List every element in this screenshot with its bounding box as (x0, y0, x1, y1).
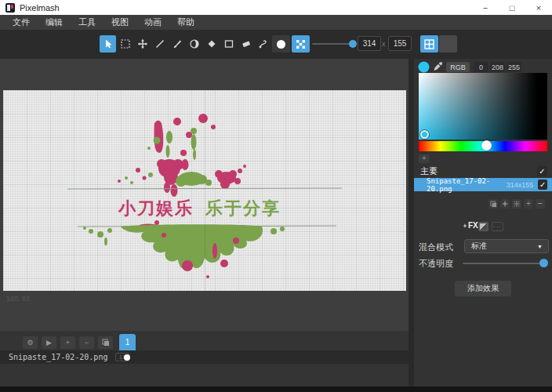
brush-icon (172, 38, 183, 49)
add-layer-button[interactable]: + (524, 199, 533, 209)
window-title: Pixelmash (20, 3, 60, 13)
move-tool-button[interactable] (134, 35, 151, 53)
line-tool-button[interactable] (151, 35, 168, 53)
move-icon (137, 38, 148, 49)
eraser-icon (241, 38, 252, 49)
blend-mode-row: 混合模式 标准 ▼ (414, 239, 552, 253)
sv-picker-cursor[interactable] (420, 130, 429, 139)
minus-icon: − (85, 339, 89, 347)
brush-shape-button[interactable] (272, 35, 290, 53)
center-guide (205, 90, 205, 291)
titlebar: Pixelmash − □ × (0, 0, 552, 15)
menu-animation[interactable]: 动画 (136, 15, 169, 30)
brush-tool-button[interactable] (169, 35, 185, 53)
window-controls: − □ × (472, 0, 552, 15)
plus-icon: + (66, 339, 70, 347)
frame-tab-1[interactable]: 1 (119, 334, 136, 350)
layer-style-tab[interactable] (478, 222, 488, 231)
delete-layer-button[interactable]: − (536, 199, 545, 209)
more-effects-tab[interactable]: ··· (492, 222, 503, 231)
fx-tab[interactable]: FX (463, 221, 478, 230)
current-color-swatch[interactable] (418, 61, 430, 73)
maximize-button[interactable]: □ (499, 0, 525, 15)
opacity-row: 不透明度 (414, 257, 552, 268)
toolbar: 314 x 155 (0, 30, 552, 59)
blend-mode-dropdown[interactable]: 标准 ▼ (464, 239, 549, 253)
shade-ball-icon (189, 38, 200, 49)
remove-frame-button[interactable]: − (79, 336, 94, 349)
add-swatch-button[interactable]: + (419, 154, 430, 163)
fx-star-icon (463, 223, 467, 228)
menu-file[interactable]: 文件 (5, 15, 38, 30)
menu-help[interactable]: 帮助 (169, 15, 202, 30)
keyframe-dot[interactable] (124, 354, 130, 361)
play-icon: ▶ (46, 339, 52, 347)
diamond-icon (206, 38, 217, 49)
close-button[interactable]: × (525, 0, 552, 15)
menu-edit[interactable]: 编辑 (38, 15, 71, 30)
duplicate-icon (102, 339, 110, 347)
size-separator: x (382, 40, 386, 48)
duplicate-layer-button[interactable] (488, 199, 498, 209)
timeline-play-button[interactable]: ▶ (42, 336, 56, 349)
duplicate-frame-button[interactable] (98, 336, 113, 349)
blue-value[interactable]: 255 (507, 62, 521, 72)
menu-tools[interactable]: 工具 (71, 15, 104, 30)
eyedropper-icon[interactable] (433, 61, 443, 71)
gear-icon: ⚙ (27, 339, 33, 347)
window-bottom-edge (0, 387, 552, 392)
panel-divider[interactable] (409, 59, 414, 392)
right-panel: RGB 0 208 255 + 主要 ✓ Snipaste_17-02-20.p… (414, 59, 552, 392)
layer-group-label: 主要 (420, 165, 438, 177)
pixel-canvas[interactable]: 小刀娱乐 乐于分享 (3, 90, 406, 291)
cursor-icon (103, 38, 114, 49)
saturation-value-picker[interactable] (419, 73, 547, 140)
app-icon (5, 3, 15, 13)
selected-layer-row[interactable]: Snipaste_17-02-20.png 314x155 ✓ (414, 178, 552, 191)
canvas-width-field[interactable]: 314 (358, 36, 381, 51)
round-brush-icon (277, 40, 285, 49)
hue-slider[interactable] (419, 141, 547, 151)
pen-curve-icon (258, 38, 269, 49)
art-text-green: 乐于分享 (205, 198, 281, 218)
opacity-slider-handle[interactable] (539, 259, 548, 267)
fx-tab-label: FX (468, 221, 478, 230)
merge-layer-button[interactable] (500, 199, 510, 209)
eraser-tool-button[interactable] (238, 35, 254, 53)
pen-tool-button[interactable] (255, 35, 271, 53)
select-tool-button[interactable] (100, 35, 116, 53)
add-group-button[interactable] (512, 199, 521, 209)
opacity-label: 不透明度 (419, 258, 453, 270)
menu-view[interactable]: 视图 (104, 15, 136, 30)
chevron-down-icon: ▼ (537, 244, 543, 249)
rectangle-tool-button[interactable] (220, 35, 237, 53)
hue-slider-handle[interactable] (481, 140, 492, 151)
canvas-height-field[interactable]: 155 (388, 36, 412, 51)
layer-visibility-checkbox[interactable]: ✓ (538, 180, 547, 190)
color-mode-button[interactable]: RGB (446, 62, 470, 72)
add-frame-button[interactable]: + (60, 336, 75, 349)
pixelmash-window: Pixelmash − □ × 文件 编辑 工具 视图 动画 帮助 (0, 0, 552, 392)
marquee-tool-button[interactable] (117, 35, 133, 53)
secondary-toggle-button[interactable] (439, 35, 457, 53)
grid-icon (424, 39, 434, 49)
fill-tool-button[interactable] (203, 35, 220, 53)
pixel-pattern-button[interactable] (292, 35, 310, 53)
grid-toggle-button[interactable] (420, 35, 438, 53)
brush-size-slider[interactable] (312, 43, 353, 45)
timeline-settings-button[interactable]: ⚙ (23, 336, 38, 349)
add-effect-button[interactable]: 添加效果 (455, 281, 511, 296)
brush-size-slider-handle[interactable] (349, 40, 357, 48)
group-visibility-checkbox[interactable]: ✓ (537, 166, 547, 176)
minimize-button[interactable]: − (472, 0, 499, 15)
rectangle-icon (223, 38, 234, 49)
green-value[interactable]: 208 (490, 62, 505, 72)
duplicate-layer-icon (490, 201, 497, 208)
red-value[interactable]: 0 (474, 62, 488, 72)
layer-group-row[interactable]: 主要 ✓ (414, 165, 552, 178)
tool-buttons (100, 35, 271, 53)
shading-tool-button[interactable] (186, 35, 202, 53)
timeline-track[interactable]: Snipaste_17-02-20.png 1X (0, 350, 409, 364)
layer-name: Snipaste_17-02-20.png (427, 177, 507, 193)
opacity-slider[interactable] (463, 263, 544, 264)
